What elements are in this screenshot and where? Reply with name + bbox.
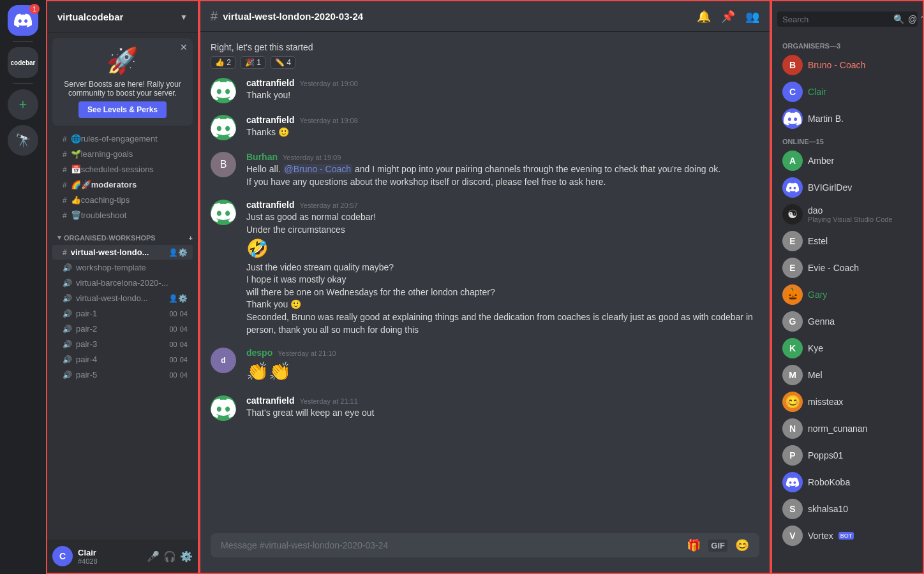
member-item-popps[interactable]: P Popps01 (777, 443, 918, 468)
member-item-kye[interactable]: K Kye (777, 335, 918, 361)
member-avatar-popps: P (782, 445, 803, 466)
member-item-genna[interactable]: G Genna (777, 309, 918, 334)
channel-item-goals[interactable]: # 🌱learning-goals (52, 147, 193, 161)
boost-banner-text: Server Boosts are here! Rally your commu… (60, 80, 185, 98)
channel-item-pair2[interactable]: 🔊 pair-2 0004 (52, 321, 193, 336)
message-content: cattranfield Yesterday at 21:11 That's g… (246, 395, 759, 421)
channel-list: # 🌐rules-of-engagement # 🌱learning-goals… (47, 131, 198, 540)
add-server-button[interactable]: + (8, 89, 38, 120)
messages-area: Right, let's get this started 👍 2 🎉 1 ✏️… (200, 32, 770, 533)
emoji-button[interactable]: 😊 (735, 538, 749, 552)
message-text: Thank you! (246, 89, 759, 102)
member-item-robokoba[interactable]: RoboKoba (777, 469, 918, 495)
explore-servers-button[interactable]: 🔭 (8, 125, 38, 156)
server-name[interactable]: virtualcodebar ▼ (47, 1, 198, 33)
category-organised-workshops[interactable]: ▾ ORGANISED-WORKSHOPS + (47, 223, 198, 244)
message-avatar (211, 115, 236, 140)
message-input[interactable] (221, 533, 682, 557)
message-avatar (211, 200, 236, 225)
message-author: despo (246, 348, 272, 358)
member-item-bvigirldev[interactable]: BVIGirlDev (777, 175, 918, 200)
user-avatar: C (52, 546, 73, 566)
channel-item-template[interactable]: 🔊 workshop-template (52, 260, 193, 275)
channel-item-rules[interactable]: # 🌐rules-of-engagement (52, 131, 193, 146)
member-item-clair[interactable]: C Clair (777, 79, 918, 105)
channel-item-barcelona[interactable]: 🔊 virtual-barcelona-2020-... (52, 276, 193, 290)
message-content: cattranfield Yesterday at 19:00 Thank yo… (246, 78, 759, 103)
members-icon[interactable]: 👥 (745, 10, 759, 24)
text-channel-icon: # (63, 150, 67, 159)
member-item-amber[interactable]: A Amber (777, 148, 918, 173)
codebar-server-icon[interactable]: codebar (8, 47, 38, 78)
channel-item-vwl[interactable]: # virtual-west-londo... 👤⚙️ (52, 245, 193, 260)
notification-bell-icon[interactable]: 🔔 (697, 10, 711, 24)
mute-button[interactable]: 🎤 (147, 550, 160, 563)
message-author: cattranfield (246, 200, 294, 210)
member-item-vortex[interactable]: V Vortex BOT (777, 523, 918, 548)
reaction-pen[interactable]: ✏️ 4 (271, 56, 295, 69)
category-label: ORGANISED-WORKSHOPS (64, 234, 156, 242)
channel-item-vwl2[interactable]: 🔊 virtual-west-londo... 👤⚙️ (52, 291, 193, 305)
member-item-dao[interactable]: ☯ dao Playing Visual Studio Code (777, 202, 918, 227)
voice-channel-icon: 🔊 (63, 371, 72, 379)
at-icon[interactable]: @ (908, 14, 917, 24)
member-item-evie[interactable]: E Evie - Coach (777, 255, 918, 281)
settings-button[interactable]: ⚙️ (180, 550, 193, 563)
text-channel-icon: # (63, 211, 67, 220)
reaction-thumbs[interactable]: 👍 2 (211, 56, 235, 69)
member-name-skhalsa: skhalsa10 (808, 504, 848, 514)
member-avatar-kye: K (782, 338, 803, 358)
member-item-estel[interactable]: E Estel (777, 228, 918, 254)
members-search: 🔍 @ ? (777, 11, 918, 27)
member-item-bruno[interactable]: B Bruno - Coach (777, 52, 918, 78)
main-content: # virtual-west-london-2020-03-24 🔔 📌 👥 R… (199, 0, 771, 574)
help-icon[interactable]: ? (921, 14, 924, 24)
pin-icon[interactable]: 📌 (721, 10, 735, 24)
member-name-robokoba: RoboKoba (808, 477, 850, 487)
channel-item-pair3[interactable]: 🔊 pair-3 0004 (52, 337, 193, 351)
member-avatar-bruno: B (782, 55, 803, 75)
channel-item-troubleshoot[interactable]: # 🗑️troubleshoot (52, 208, 193, 223)
member-name-clair: Clair (808, 87, 826, 97)
member-item-martinb[interactable]: Martin B. (777, 106, 918, 131)
voice-channel-icon: 🔊 (63, 279, 72, 288)
laugh-emoji: 🤣 (246, 239, 269, 258)
member-avatar-skhalsa: S (782, 499, 803, 519)
member-name-bvigirldev: BVIGirlDev (808, 182, 852, 193)
server-separator2 (13, 83, 33, 84)
reaction-party[interactable]: 🎉 1 (241, 56, 265, 69)
see-levels-perks-button[interactable]: See Levels & Perks (78, 101, 167, 118)
message-timestamp: Yesterday at 19:00 (299, 80, 357, 87)
member-item-skhalsa[interactable]: S skhalsa10 (777, 496, 918, 522)
member-avatar-bvigirldev (782, 177, 803, 198)
boost-banner-close[interactable]: ✕ (180, 42, 188, 52)
message-timestamp: Yesterday at 20:57 (299, 202, 357, 209)
message-timestamp: Yesterday at 21:10 (278, 350, 336, 357)
user-tag: #4028 (78, 557, 142, 565)
channel-item-pair4[interactable]: 🔊 pair-4 0004 (52, 352, 193, 367)
members-sidebar: 🔍 @ ? ORGANISERS—3 B Bruno - Coach C Cla… (771, 0, 924, 574)
channel-item-sessions[interactable]: # 📅scheduled-sessions (52, 162, 193, 177)
discord-home-icon[interactable]: 1 (8, 5, 38, 36)
deafen-button[interactable]: 🎧 (163, 550, 176, 563)
voice-channel-icon: 🔊 (63, 355, 72, 364)
text-channel-icon: # (63, 180, 67, 189)
member-avatar-vortex: V (782, 526, 803, 546)
message-author: cattranfield (246, 78, 294, 88)
channel-item-moderators[interactable]: # 🌈🚀moderators (52, 177, 193, 192)
channel-item-pair1[interactable]: 🔊 pair-1 0004 (52, 306, 193, 321)
add-channel-button[interactable]: + (189, 234, 193, 242)
notification-badge: 1 (29, 4, 40, 14)
channel-item-coaching[interactable]: # 👍coaching-tips (52, 193, 193, 207)
gif-button[interactable]: GIF (708, 540, 727, 552)
sidebar: virtualcodebar ▼ ✕ 🚀 Server Boosts are h… (46, 0, 199, 574)
member-item-norm[interactable]: N norm_cunanan (777, 416, 918, 441)
member-item-missteax[interactable]: 😊 missteax (777, 389, 918, 415)
member-item-mel[interactable]: M Mel (777, 362, 918, 388)
search-input[interactable] (782, 15, 890, 24)
gift-icon[interactable]: 🎁 (687, 538, 701, 552)
voice-channel-icon: 🔊 (63, 340, 72, 349)
member-item-gary[interactable]: 🎃 Gary (777, 282, 918, 307)
channel-item-pair5[interactable]: 🔊 pair-5 0004 (52, 367, 193, 382)
channel-hash-icon: # (211, 9, 218, 24)
